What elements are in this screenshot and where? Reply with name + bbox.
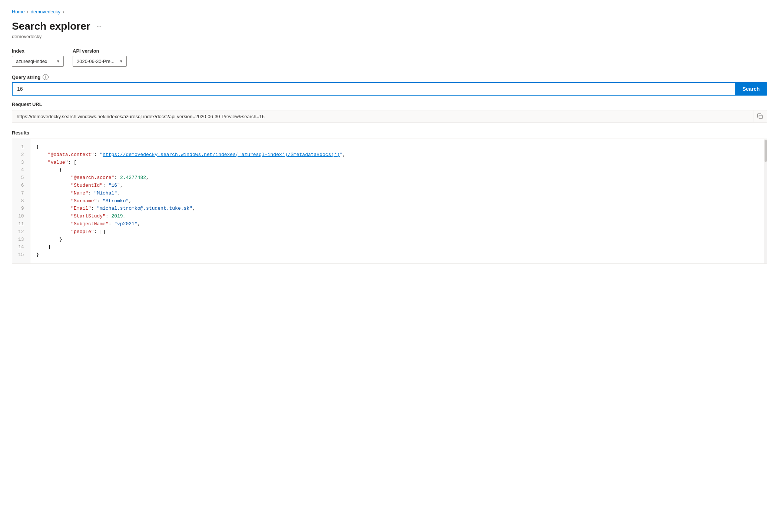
svg-rect-0 <box>759 115 762 119</box>
scrollbar-thumb <box>765 140 767 162</box>
line-num-1: 1 <box>15 143 27 151</box>
copy-icon <box>757 113 763 119</box>
code-line-15: } <box>36 251 761 259</box>
results-container: 1 2 3 4 5 6 7 8 9 10 11 12 13 14 15 { "@… <box>12 139 767 264</box>
line-num-14: 14 <box>15 243 27 251</box>
query-info-icon[interactable]: i <box>43 74 49 80</box>
breadcrumb-sep-2: › <box>63 9 64 14</box>
code-line-10: "StartStudy": 2019, <box>36 213 761 220</box>
code-line-11: "SubjectName": "vp2021", <box>36 220 761 228</box>
code-line-12: "people": [] <box>36 228 761 236</box>
query-input-row: Search <box>12 82 767 96</box>
code-line-4: { <box>36 166 761 174</box>
code-line-13: } <box>36 236 761 244</box>
url-section: Request URL https://demovedecky.search.w… <box>12 102 767 123</box>
code-line-7: "Name": "Michal", <box>36 190 761 197</box>
results-section: Results 1 2 3 4 5 6 7 8 9 10 11 12 13 14… <box>12 130 767 264</box>
page-header: Search explorer ··· <box>12 20 767 32</box>
breadcrumb-home[interactable]: Home <box>12 9 25 14</box>
code-line-6: "StudentId": "16", <box>36 182 761 190</box>
query-label-text: Query string <box>12 74 40 80</box>
code-line-14: ] <box>36 243 761 251</box>
query-input[interactable] <box>12 82 735 96</box>
line-num-4: 4 <box>15 166 27 174</box>
code-line-2: "@odata.context": "https://demovedecky.s… <box>36 151 761 159</box>
code-line-9: "Email": "michal.stromko@.student.tuke.s… <box>36 205 761 213</box>
index-select-wrapper: azuresql-index ▼ <box>12 56 64 67</box>
copy-url-button[interactable] <box>753 110 767 122</box>
code-line-8: "Surname": "Stromko", <box>36 197 761 205</box>
line-num-5: 5 <box>15 174 27 182</box>
search-button[interactable]: Search <box>735 82 767 96</box>
api-version-select[interactable]: 2020-06-30-Pre... <box>73 56 127 67</box>
code-line-1: { <box>36 143 761 151</box>
api-version-group: API version 2020-06-30-Pre... ▼ <box>73 48 127 67</box>
page-subtitle: demovedecky <box>12 34 767 39</box>
scrollbar[interactable] <box>764 139 767 263</box>
url-display: https://demovedecky.search.windows.net/i… <box>12 110 767 123</box>
query-section: Query string i Search <box>12 74 767 96</box>
line-num-15: 15 <box>15 251 27 259</box>
form-controls: Index azuresql-index ▼ API version 2020-… <box>12 48 767 67</box>
line-num-7: 7 <box>15 190 27 197</box>
code-line-3: "value": [ <box>36 159 761 167</box>
api-select-wrapper: 2020-06-30-Pre... ▼ <box>73 56 127 67</box>
results-label: Results <box>12 130 767 136</box>
more-options-button[interactable]: ··· <box>93 21 105 32</box>
page-title: Search explorer <box>12 20 90 32</box>
breadcrumb: Home › demovedecky › <box>12 9 767 14</box>
line-numbers: 1 2 3 4 5 6 7 8 9 10 11 12 13 14 15 <box>12 139 30 263</box>
index-select[interactable]: azuresql-index <box>12 56 64 67</box>
index-label: Index <box>12 48 64 54</box>
url-section-label: Request URL <box>12 102 767 107</box>
line-num-12: 12 <box>15 228 27 236</box>
line-num-2: 2 <box>15 151 27 159</box>
code-content: { "@odata.context": "https://demovedecky… <box>30 139 767 263</box>
breadcrumb-demovedecky[interactable]: demovedecky <box>31 9 60 14</box>
breadcrumb-sep-1: › <box>27 9 29 14</box>
query-label-row: Query string i <box>12 74 767 80</box>
line-num-3: 3 <box>15 159 27 167</box>
line-num-11: 11 <box>15 220 27 228</box>
odata-context-link[interactable]: https://demovedecky.search.windows.net/i… <box>103 152 340 157</box>
line-num-6: 6 <box>15 182 27 190</box>
line-num-10: 10 <box>15 213 27 220</box>
code-block[interactable]: 1 2 3 4 5 6 7 8 9 10 11 12 13 14 15 { "@… <box>12 139 767 263</box>
line-num-8: 8 <box>15 197 27 205</box>
url-text: https://demovedecky.search.windows.net/i… <box>12 111 753 122</box>
line-num-13: 13 <box>15 236 27 244</box>
code-line-5: "@search.score": 2.4277482, <box>36 174 761 182</box>
api-version-label: API version <box>73 48 127 54</box>
index-group: Index azuresql-index ▼ <box>12 48 64 67</box>
line-num-9: 9 <box>15 205 27 213</box>
